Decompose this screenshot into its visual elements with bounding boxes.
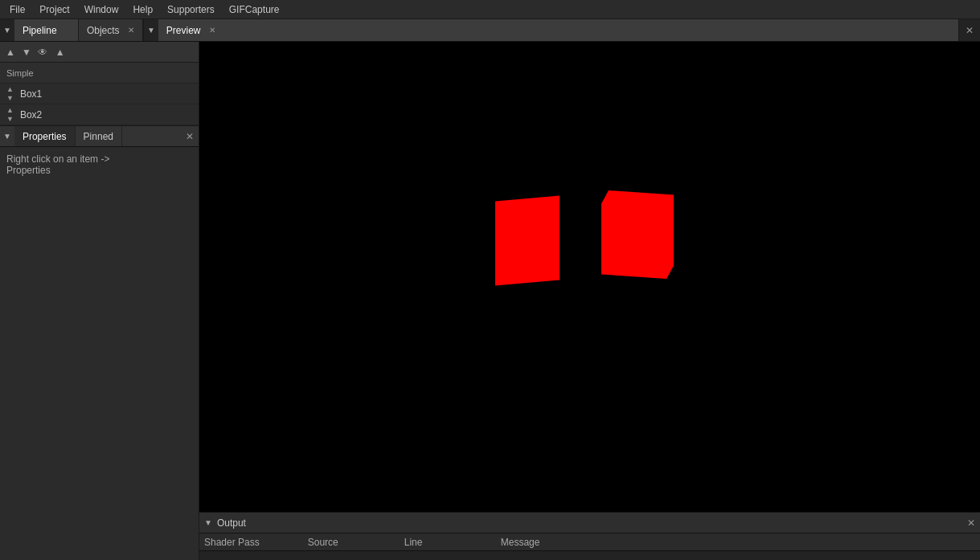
tab-objects[interactable]: Objects ✕ [79,19,143,41]
tab-properties-label: Properties [23,131,67,142]
right-content: ▼ Output ✕ Shader Pass Source Line Messa… [199,42,980,560]
output-header: ▼ Output ✕ [199,513,980,533]
box2-up-arrow[interactable]: ▲ [6,106,14,115]
box1-up-arrow[interactable]: ▲ [6,85,14,94]
menu-window[interactable]: Window [78,2,125,17]
tab-properties[interactable]: Properties [14,126,76,146]
box2-down-arrow[interactable]: ▼ [6,115,14,124]
obj-box1-label: Box1 [20,88,42,100]
box1-down-arrow[interactable]: ▼ [6,94,14,103]
top-tabbar: ▼ Pipeline Objects ✕ ▼ Preview ✕ ✕ [0,19,980,42]
objects-panel: ▲ ▼ 👁 ▲ Simple ▲ ▼ Box1 ▲ ▼ [0,42,199,126]
box2-arrows: ▲ ▼ [6,106,14,124]
tab-objects-close[interactable]: ✕ [128,26,134,35]
output-col-shaderpass: Shader Pass [204,537,260,548]
window-close-button[interactable]: ✕ [959,19,980,41]
menu-project[interactable]: Project [33,2,76,17]
properties-panel: ▼ Properties Pinned ✕ Right click on an … [0,126,199,560]
tab-pinned-label: Pinned [84,131,113,142]
main-layout: ▲ ▼ 👁 ▲ Simple ▲ ▼ Box1 ▲ ▼ [0,42,980,560]
box1-arrows: ▲ ▼ [6,85,14,103]
menu-gifcapture[interactable]: GIFCapture [223,2,286,17]
preview-tab-pin: ▼ [144,19,158,41]
output-close-btn[interactable]: ✕ [967,517,975,529]
menu-file[interactable]: File [3,2,31,17]
obj-item-box2[interactable]: ▲ ▼ Box2 [0,104,199,125]
menu-supporters[interactable]: Supporters [161,2,221,17]
output-pin-icon: ▼ [204,518,212,527]
obj-item-box1[interactable]: ▲ ▼ Box1 [0,84,199,104]
tab-preview-close-btn[interactable]: ✕ [209,26,215,35]
menu-help[interactable]: Help [126,2,159,17]
props-tabbar: ▼ Properties Pinned ✕ [0,126,199,147]
obj-down-btn[interactable]: ▼ [19,46,34,59]
props-content: Right click on an item -> Properties [0,147,199,560]
output-title: Output [217,517,246,529]
output-col-message: Message [501,537,549,548]
obj-pin-btn[interactable]: ▲ [53,46,68,59]
objects-toolbar: ▲ ▼ 👁 ▲ [0,42,199,63]
props-close-btn[interactable]: ✕ [181,126,199,146]
tab-pinned[interactable]: Pinned [76,126,122,146]
output-columns: Shader Pass Source Line Message [199,533,980,551]
menubar: File Project Window Help Supporters GIFC… [0,0,980,19]
left-panel: ▲ ▼ 👁 ▲ Simple ▲ ▼ Box1 ▲ ▼ [0,42,199,560]
obj-box2-label: Box2 [20,109,42,121]
output-col-source: Source [308,537,356,548]
tab-pipeline[interactable]: Pipeline [14,19,79,41]
output-col-line: Line [404,537,453,548]
tab-objects-label: Objects [87,25,120,36]
props-hint-line1: Right click on an item -> [6,153,192,165]
props-hint-line2: Properties [6,165,192,176]
objects-group-label: Simple [6,68,34,78]
obj-eye-btn[interactable]: 👁 [35,46,50,59]
tab-preview[interactable]: Preview ✕ [158,19,959,41]
output-panel: ▼ Output ✕ Shader Pass Source Line Messa… [199,512,980,560]
3d-box1 [495,196,560,286]
objects-group-simple: Simple [0,63,199,84]
obj-up-btn[interactable]: ▲ [3,46,18,59]
tab-preview-label: Preview [166,25,201,36]
pipeline-tab-pin: ▼ [0,19,14,41]
tab-pipeline-label: Pipeline [23,25,57,36]
preview-area [199,42,980,512]
3d-box2 [601,190,674,279]
props-pin: ▼ [0,126,14,146]
